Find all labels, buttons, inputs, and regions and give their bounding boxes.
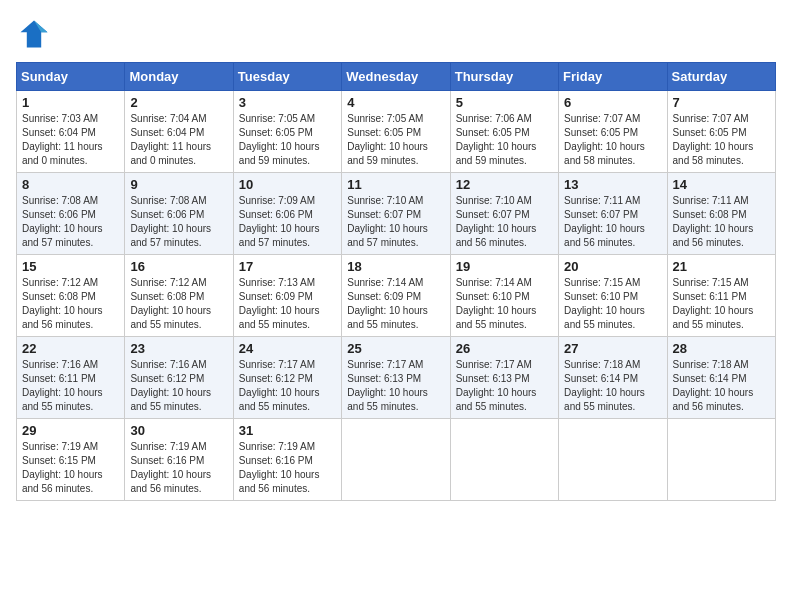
calendar-week-3: 15 Sunrise: 7:12 AM Sunset: 6:08 PM Dayl… — [17, 255, 776, 337]
day-info: Sunrise: 7:11 AM Sunset: 6:08 PM Dayligh… — [673, 194, 770, 250]
calendar-cell: 4 Sunrise: 7:05 AM Sunset: 6:05 PM Dayli… — [342, 91, 450, 173]
day-number: 30 — [130, 423, 227, 438]
calendar-header-row: SundayMondayTuesdayWednesdayThursdayFrid… — [17, 63, 776, 91]
calendar-cell: 3 Sunrise: 7:05 AM Sunset: 6:05 PM Dayli… — [233, 91, 341, 173]
day-number: 2 — [130, 95, 227, 110]
calendar-cell: 28 Sunrise: 7:18 AM Sunset: 6:14 PM Dayl… — [667, 337, 775, 419]
day-info: Sunrise: 7:05 AM Sunset: 6:05 PM Dayligh… — [239, 112, 336, 168]
day-number: 13 — [564, 177, 661, 192]
calendar-cell: 31 Sunrise: 7:19 AM Sunset: 6:16 PM Dayl… — [233, 419, 341, 501]
calendar-cell: 16 Sunrise: 7:12 AM Sunset: 6:08 PM Dayl… — [125, 255, 233, 337]
day-number: 14 — [673, 177, 770, 192]
calendar-cell: 8 Sunrise: 7:08 AM Sunset: 6:06 PM Dayli… — [17, 173, 125, 255]
day-info: Sunrise: 7:17 AM Sunset: 6:13 PM Dayligh… — [456, 358, 553, 414]
day-info: Sunrise: 7:12 AM Sunset: 6:08 PM Dayligh… — [22, 276, 119, 332]
day-number: 7 — [673, 95, 770, 110]
day-number: 17 — [239, 259, 336, 274]
day-info: Sunrise: 7:17 AM Sunset: 6:12 PM Dayligh… — [239, 358, 336, 414]
calendar-cell: 17 Sunrise: 7:13 AM Sunset: 6:09 PM Dayl… — [233, 255, 341, 337]
day-number: 16 — [130, 259, 227, 274]
calendar-cell: 26 Sunrise: 7:17 AM Sunset: 6:13 PM Dayl… — [450, 337, 558, 419]
day-info: Sunrise: 7:16 AM Sunset: 6:11 PM Dayligh… — [22, 358, 119, 414]
calendar-cell: 5 Sunrise: 7:06 AM Sunset: 6:05 PM Dayli… — [450, 91, 558, 173]
day-info: Sunrise: 7:18 AM Sunset: 6:14 PM Dayligh… — [564, 358, 661, 414]
day-number: 12 — [456, 177, 553, 192]
calendar-cell: 24 Sunrise: 7:17 AM Sunset: 6:12 PM Dayl… — [233, 337, 341, 419]
calendar-cell: 10 Sunrise: 7:09 AM Sunset: 6:06 PM Dayl… — [233, 173, 341, 255]
calendar-cell: 13 Sunrise: 7:11 AM Sunset: 6:07 PM Dayl… — [559, 173, 667, 255]
day-number: 28 — [673, 341, 770, 356]
day-info: Sunrise: 7:10 AM Sunset: 6:07 PM Dayligh… — [456, 194, 553, 250]
day-info: Sunrise: 7:08 AM Sunset: 6:06 PM Dayligh… — [130, 194, 227, 250]
col-header-saturday: Saturday — [667, 63, 775, 91]
day-number: 8 — [22, 177, 119, 192]
col-header-friday: Friday — [559, 63, 667, 91]
day-number: 27 — [564, 341, 661, 356]
day-info: Sunrise: 7:15 AM Sunset: 6:11 PM Dayligh… — [673, 276, 770, 332]
day-number: 3 — [239, 95, 336, 110]
day-info: Sunrise: 7:11 AM Sunset: 6:07 PM Dayligh… — [564, 194, 661, 250]
day-number: 26 — [456, 341, 553, 356]
day-info: Sunrise: 7:10 AM Sunset: 6:07 PM Dayligh… — [347, 194, 444, 250]
day-number: 15 — [22, 259, 119, 274]
day-info: Sunrise: 7:03 AM Sunset: 6:04 PM Dayligh… — [22, 112, 119, 168]
day-info: Sunrise: 7:04 AM Sunset: 6:04 PM Dayligh… — [130, 112, 227, 168]
day-number: 11 — [347, 177, 444, 192]
col-header-tuesday: Tuesday — [233, 63, 341, 91]
day-number: 21 — [673, 259, 770, 274]
day-info: Sunrise: 7:05 AM Sunset: 6:05 PM Dayligh… — [347, 112, 444, 168]
calendar-week-5: 29 Sunrise: 7:19 AM Sunset: 6:15 PM Dayl… — [17, 419, 776, 501]
calendar-cell: 25 Sunrise: 7:17 AM Sunset: 6:13 PM Dayl… — [342, 337, 450, 419]
day-info: Sunrise: 7:14 AM Sunset: 6:09 PM Dayligh… — [347, 276, 444, 332]
day-info: Sunrise: 7:07 AM Sunset: 6:05 PM Dayligh… — [673, 112, 770, 168]
logo-icon — [16, 16, 52, 52]
day-number: 6 — [564, 95, 661, 110]
day-number: 10 — [239, 177, 336, 192]
calendar-cell — [450, 419, 558, 501]
day-number: 22 — [22, 341, 119, 356]
col-header-thursday: Thursday — [450, 63, 558, 91]
calendar-cell: 22 Sunrise: 7:16 AM Sunset: 6:11 PM Dayl… — [17, 337, 125, 419]
col-header-monday: Monday — [125, 63, 233, 91]
day-info: Sunrise: 7:12 AM Sunset: 6:08 PM Dayligh… — [130, 276, 227, 332]
day-number: 5 — [456, 95, 553, 110]
logo — [16, 16, 56, 52]
day-info: Sunrise: 7:15 AM Sunset: 6:10 PM Dayligh… — [564, 276, 661, 332]
day-number: 19 — [456, 259, 553, 274]
calendar-cell: 29 Sunrise: 7:19 AM Sunset: 6:15 PM Dayl… — [17, 419, 125, 501]
day-info: Sunrise: 7:19 AM Sunset: 6:15 PM Dayligh… — [22, 440, 119, 496]
calendar-cell — [342, 419, 450, 501]
day-info: Sunrise: 7:14 AM Sunset: 6:10 PM Dayligh… — [456, 276, 553, 332]
day-number: 9 — [130, 177, 227, 192]
col-header-wednesday: Wednesday — [342, 63, 450, 91]
day-number: 18 — [347, 259, 444, 274]
day-number: 1 — [22, 95, 119, 110]
calendar-cell: 27 Sunrise: 7:18 AM Sunset: 6:14 PM Dayl… — [559, 337, 667, 419]
calendar-cell: 11 Sunrise: 7:10 AM Sunset: 6:07 PM Dayl… — [342, 173, 450, 255]
calendar-cell — [667, 419, 775, 501]
calendar-cell: 1 Sunrise: 7:03 AM Sunset: 6:04 PM Dayli… — [17, 91, 125, 173]
calendar-cell: 19 Sunrise: 7:14 AM Sunset: 6:10 PM Dayl… — [450, 255, 558, 337]
day-info: Sunrise: 7:17 AM Sunset: 6:13 PM Dayligh… — [347, 358, 444, 414]
calendar-cell: 15 Sunrise: 7:12 AM Sunset: 6:08 PM Dayl… — [17, 255, 125, 337]
calendar-cell — [559, 419, 667, 501]
calendar-cell: 7 Sunrise: 7:07 AM Sunset: 6:05 PM Dayli… — [667, 91, 775, 173]
calendar-week-2: 8 Sunrise: 7:08 AM Sunset: 6:06 PM Dayli… — [17, 173, 776, 255]
day-number: 25 — [347, 341, 444, 356]
day-number: 24 — [239, 341, 336, 356]
day-info: Sunrise: 7:19 AM Sunset: 6:16 PM Dayligh… — [239, 440, 336, 496]
calendar-cell: 18 Sunrise: 7:14 AM Sunset: 6:09 PM Dayl… — [342, 255, 450, 337]
day-info: Sunrise: 7:07 AM Sunset: 6:05 PM Dayligh… — [564, 112, 661, 168]
calendar-cell: 2 Sunrise: 7:04 AM Sunset: 6:04 PM Dayli… — [125, 91, 233, 173]
day-number: 20 — [564, 259, 661, 274]
day-number: 4 — [347, 95, 444, 110]
calendar-cell: 23 Sunrise: 7:16 AM Sunset: 6:12 PM Dayl… — [125, 337, 233, 419]
day-info: Sunrise: 7:08 AM Sunset: 6:06 PM Dayligh… — [22, 194, 119, 250]
day-info: Sunrise: 7:13 AM Sunset: 6:09 PM Dayligh… — [239, 276, 336, 332]
calendar-table: SundayMondayTuesdayWednesdayThursdayFrid… — [16, 62, 776, 501]
calendar-cell: 6 Sunrise: 7:07 AM Sunset: 6:05 PM Dayli… — [559, 91, 667, 173]
day-number: 23 — [130, 341, 227, 356]
calendar-week-4: 22 Sunrise: 7:16 AM Sunset: 6:11 PM Dayl… — [17, 337, 776, 419]
day-info: Sunrise: 7:06 AM Sunset: 6:05 PM Dayligh… — [456, 112, 553, 168]
calendar-cell: 20 Sunrise: 7:15 AM Sunset: 6:10 PM Dayl… — [559, 255, 667, 337]
